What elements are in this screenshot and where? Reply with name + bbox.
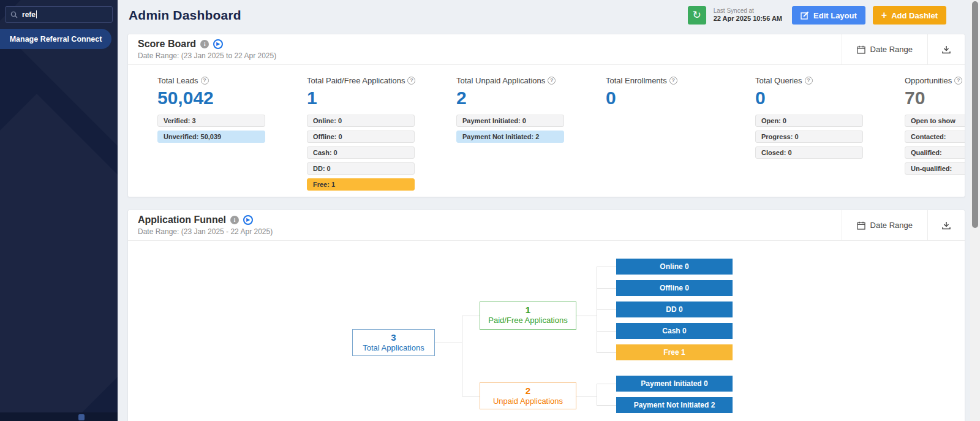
- last-synced-label: Last Synced at: [714, 7, 782, 15]
- sidebar-item-manage-referral-connect[interactable]: Manage Referral Connect: [0, 29, 111, 49]
- stat-chip-payment-initiated: Payment Initiated: 0: [456, 115, 564, 127]
- stat-total-enrollments: Total Enrollments?0: [606, 76, 755, 194]
- funnel-node-unpaid-applications[interactable]: 2 Unpaid Applications: [480, 382, 576, 409]
- funnel-bar-online[interactable]: Online 0: [616, 259, 733, 275]
- funnel-node-paid-free-applications[interactable]: 1 Paid/Free Applications: [480, 302, 576, 330]
- stat-chip-un-qualified: Un-qualified:: [905, 162, 965, 175]
- funnel-connector: [576, 316, 597, 316]
- node-label: Unpaid Applications: [480, 396, 576, 406]
- stat-label: Total Paid/Free Applications?: [307, 76, 456, 85]
- scrollbar-thumb[interactable]: [972, 1, 978, 228]
- stat-label-text: Total Paid/Free Applications: [307, 76, 405, 85]
- search-text: refe: [22, 10, 36, 19]
- stat-label-text: Total Unpaid Applications: [456, 76, 545, 85]
- bar-value: 0: [683, 284, 689, 292]
- stat-label-text: Total Queries: [755, 76, 802, 85]
- funnel-connector: [435, 343, 462, 343]
- stat-label: Total Enrollments?: [606, 76, 755, 85]
- stat-label: Opportunities?: [905, 76, 965, 85]
- sidebar: refe Manage Referral Connect: [0, 0, 118, 421]
- funnel-connector: [462, 396, 480, 396]
- funnel-bar-payment-not-initiated[interactable]: Payment Not Initiated 2: [616, 397, 733, 413]
- stat-label-text: Total Enrollments: [606, 76, 667, 85]
- help-icon[interactable]: ?: [548, 77, 556, 85]
- stat-total-paid-free-applications: Total Paid/Free Applications?1Online: 0O…: [307, 76, 456, 194]
- scoreboard-date-range-button[interactable]: Date Range: [842, 34, 927, 64]
- play-icon[interactable]: ▶: [243, 215, 253, 225]
- bar-label: Free: [663, 348, 679, 357]
- sidebar-search-input[interactable]: refe: [5, 6, 113, 23]
- bar-value: 0: [677, 305, 683, 314]
- calendar-icon: [857, 45, 865, 54]
- scoreboard-download-button[interactable]: [927, 34, 965, 64]
- funnel-connector: [597, 384, 597, 405]
- vertical-scrollbar[interactable]: [970, 0, 980, 421]
- stat-value: 0: [606, 88, 755, 108]
- calendar-icon: [857, 221, 865, 230]
- bar-label: Payment Not Initiated: [634, 401, 709, 409]
- bar-value: 1: [679, 348, 685, 357]
- funnel-date-range-button[interactable]: Date Range: [842, 210, 927, 240]
- funnel-node-total-applications[interactable]: 3 Total Applications: [352, 329, 435, 356]
- bar-label: DD: [666, 305, 676, 314]
- date-range-label: Date Range: [870, 221, 913, 230]
- bar-value: 2: [709, 401, 715, 409]
- add-dashlet-button[interactable]: + Add Dashlet: [873, 6, 946, 25]
- topbar: Admin Dashboard ↻ Last Synced at 22 Apr …: [118, 0, 970, 31]
- last-synced-value: 22 Apr 2025 10:56 AM: [714, 15, 782, 23]
- funnel-header: Application Funnel i ▶ Date Range: (23 J…: [128, 210, 965, 241]
- stat-chip-closed: Closed: 0: [755, 146, 863, 159]
- funnel-connector: [597, 331, 616, 332]
- help-icon[interactable]: ?: [805, 77, 813, 85]
- stat-label: Total Unpaid Applications?: [456, 76, 606, 85]
- stat-label: Total Leads?: [157, 76, 307, 85]
- stat-value: 0: [755, 88, 905, 108]
- funnel-bar-offline[interactable]: Offline 0: [616, 280, 733, 296]
- funnel-connector: [462, 316, 480, 316]
- refresh-button[interactable]: ↻: [688, 6, 706, 25]
- play-icon[interactable]: ▶: [213, 39, 223, 49]
- edit-icon: [801, 11, 809, 20]
- help-icon[interactable]: ?: [954, 77, 962, 85]
- funnel-connector: [576, 396, 597, 396]
- info-icon[interactable]: i: [230, 216, 239, 224]
- funnel-connector: [597, 405, 616, 406]
- funnel-bar-cash[interactable]: Cash 0: [616, 323, 733, 339]
- funnel-connector: [597, 352, 616, 353]
- stat-chip-cash: Cash: 0: [307, 146, 415, 159]
- stat-chip-verified: Verified: 3: [157, 115, 265, 127]
- edit-layout-button[interactable]: Edit Layout: [792, 6, 865, 25]
- stat-value: 70: [905, 88, 965, 108]
- last-synced: Last Synced at 22 Apr 2025 10:56 AM: [714, 7, 782, 23]
- text-caret: [36, 10, 37, 18]
- sidebar-footer-icon: [78, 414, 85, 420]
- funnel-download-button[interactable]: [927, 210, 965, 240]
- node-label: Paid/Free Applications: [480, 316, 576, 325]
- bar-label: Online: [660, 262, 682, 271]
- stat-chip-free: Free: 1: [307, 178, 415, 191]
- stat-value: 1: [307, 88, 456, 108]
- node-value: 1: [480, 305, 576, 315]
- stat-label-text: Total Leads: [157, 76, 198, 85]
- stat-opportunities: Opportunities?70Open to showContacted:Qu…: [905, 76, 965, 194]
- bar-label: Payment Initiated: [641, 379, 701, 388]
- node-label: Total Applications: [353, 343, 434, 352]
- stat-total-unpaid-applications: Total Unpaid Applications?2Payment Initi…: [456, 76, 606, 194]
- help-icon[interactable]: ?: [669, 77, 677, 85]
- help-icon[interactable]: ?: [407, 77, 415, 85]
- help-icon[interactable]: ?: [201, 77, 209, 85]
- info-icon[interactable]: i: [200, 40, 209, 48]
- date-range-label: Date Range: [870, 45, 913, 54]
- funnel-card: Application Funnel i ▶ Date Range: (23 J…: [127, 210, 965, 421]
- stat-chip-dd: DD: 0: [307, 162, 415, 175]
- bar-label: Offline: [660, 284, 683, 292]
- node-value: 3: [353, 332, 434, 343]
- funnel-bar-dd[interactable]: DD 0: [616, 302, 733, 317]
- scoreboard-title: Score Board: [138, 39, 196, 50]
- funnel-bar-payment-initiated[interactable]: Payment Initiated 0: [616, 376, 733, 392]
- funnel-bar-free[interactable]: Free 1: [616, 344, 733, 360]
- stat-chip-unverified: Unverified: 50,039: [157, 131, 265, 143]
- stat-label: Total Queries?: [755, 76, 905, 85]
- funnel-connector: [597, 309, 616, 310]
- funnel-date-range: Date Range: (23 Jan 2025 - 22 Apr 2025): [138, 227, 273, 236]
